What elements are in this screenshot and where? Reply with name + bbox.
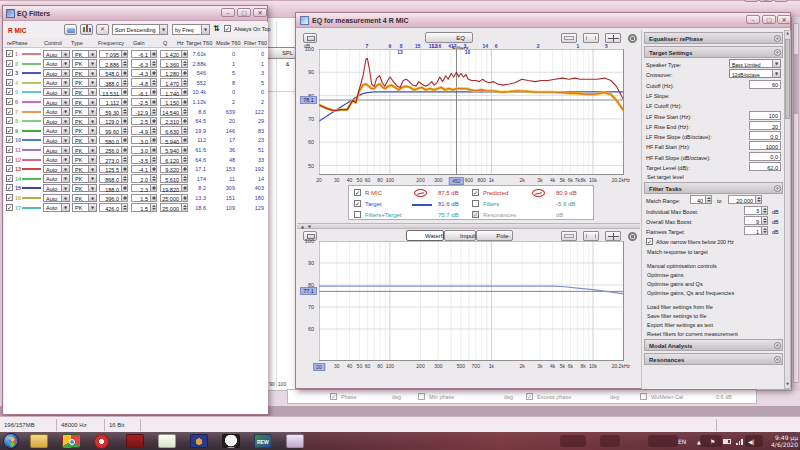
- type-dropdown[interactable]: PK▼: [72, 203, 97, 212]
- spinner[interactable]: [121, 118, 127, 125]
- gain-field[interactable]: -2.5: [131, 98, 157, 107]
- bg-maximize-button[interactable]: ▢: [759, 0, 773, 2]
- control-dropdown[interactable]: Auto▼: [43, 203, 70, 212]
- field-spin-input[interactable]: 9: [744, 216, 768, 225]
- legend-checkbox[interactable]: ✓: [354, 200, 361, 207]
- spinner[interactable]: [121, 195, 127, 202]
- gain-field[interactable]: 1.5: [131, 203, 157, 212]
- spinner[interactable]: [121, 79, 127, 86]
- type-dropdown[interactable]: PK▼: [72, 184, 97, 193]
- panel-action[interactable]: Save filter settings to file: [647, 313, 707, 319]
- q-field[interactable]: 1.360: [160, 59, 188, 68]
- spinner[interactable]: [761, 217, 767, 224]
- spinner[interactable]: [181, 60, 187, 67]
- spinner[interactable]: [150, 108, 156, 115]
- control-dropdown[interactable]: Auto▼: [43, 194, 70, 203]
- type-dropdown[interactable]: PK▼: [72, 78, 97, 87]
- type-dropdown[interactable]: PK▼: [72, 107, 97, 116]
- sort-dropdown[interactable]: Sort Descending ▼: [112, 24, 168, 35]
- filter-enabled-checkbox[interactable]: ✓: [6, 79, 13, 86]
- type-dropdown[interactable]: PK▼: [72, 146, 97, 155]
- spinner[interactable]: [121, 166, 127, 173]
- language-indicator[interactable]: EN: [678, 438, 686, 445]
- spinner[interactable]: [121, 89, 127, 96]
- tray-chevron-up-icon[interactable]: ▲: [697, 439, 701, 445]
- type-dropdown[interactable]: PK▼: [72, 126, 97, 135]
- spinner[interactable]: [150, 156, 156, 163]
- legend-checkbox[interactable]: ✓: [472, 211, 479, 218]
- spinner[interactable]: [150, 185, 156, 192]
- filter-enabled-checkbox[interactable]: ✓: [6, 88, 13, 95]
- tray-volume-icon[interactable]: ◀|: [748, 438, 755, 445]
- field-input[interactable]: 62,0: [749, 162, 781, 171]
- section-toggle-icon[interactable]: [774, 185, 781, 192]
- spinner[interactable]: [181, 166, 187, 173]
- control-dropdown[interactable]: Auto▼: [43, 155, 70, 164]
- section-toggle-icon[interactable]: [774, 342, 781, 349]
- tab-impulse[interactable]: Impulse: [444, 230, 476, 241]
- field-input[interactable]: 100: [749, 111, 781, 120]
- filter-enabled-checkbox[interactable]: ✓: [6, 69, 13, 76]
- spinner[interactable]: [181, 79, 187, 86]
- spinner[interactable]: [150, 118, 156, 125]
- spinner[interactable]: [181, 108, 187, 115]
- section-header[interactable]: Equaliser: rePhase: [644, 32, 783, 44]
- background-legend-checkbox[interactable]: ✓: [330, 393, 337, 400]
- rew-icon[interactable]: REW: [254, 434, 272, 448]
- spinner[interactable]: [150, 166, 156, 173]
- type-dropdown[interactable]: PK▼: [72, 98, 97, 107]
- frequency-field[interactable]: 256.0: [99, 146, 128, 155]
- minimize-button[interactable]: –: [221, 8, 235, 17]
- background-legend-checkbox[interactable]: [640, 393, 647, 400]
- filter-enabled-checkbox[interactable]: ✓: [6, 136, 13, 143]
- frequency-field[interactable]: 13.531: [99, 88, 128, 97]
- field-input[interactable]: 60: [749, 80, 781, 89]
- q-field[interactable]: 9.320: [160, 165, 188, 174]
- control-dropdown[interactable]: Auto▼: [43, 88, 70, 97]
- graph-limits-icon-2[interactable]: [561, 231, 577, 241]
- spinner[interactable]: [121, 51, 127, 58]
- pane-divider[interactable]: ▲ ▼: [297, 223, 640, 229]
- control-dropdown[interactable]: Auto▼: [43, 136, 70, 145]
- gain-field[interactable]: 2.0: [131, 174, 157, 183]
- gain-field[interactable]: 3.0: [131, 146, 157, 155]
- background-scrollbar-thumb[interactable]: [794, 54, 798, 114]
- folder-icon[interactable]: [64, 24, 77, 35]
- filter-enabled-checkbox[interactable]: ✓: [6, 60, 13, 67]
- q-field[interactable]: 6.120: [160, 155, 188, 164]
- close-button[interactable]: ✕: [253, 8, 267, 17]
- type-dropdown[interactable]: PK▼: [72, 88, 97, 97]
- spinner[interactable]: [181, 118, 187, 125]
- spinner[interactable]: [705, 196, 711, 203]
- spinner[interactable]: [150, 127, 156, 134]
- spinner[interactable]: [121, 185, 127, 192]
- spinner[interactable]: [150, 175, 156, 182]
- type-dropdown[interactable]: PK▼: [72, 69, 97, 78]
- control-dropdown[interactable]: Auto▼: [43, 117, 70, 126]
- type-dropdown[interactable]: PK▼: [72, 117, 97, 126]
- type-dropdown[interactable]: PK▼: [72, 59, 97, 68]
- spinner[interactable]: [150, 70, 156, 77]
- q-field[interactable]: 1.280: [160, 69, 188, 78]
- gain-field[interactable]: -12.9: [131, 107, 157, 116]
- overload-icon[interactable]: [532, 189, 545, 197]
- bg-close-button[interactable]: ✕: [774, 0, 788, 2]
- spinner[interactable]: [761, 227, 767, 234]
- gain-field[interactable]: 1.5: [131, 194, 157, 203]
- field-select[interactable]: Bass Limited▼: [729, 59, 781, 68]
- field-input[interactable]: 0,0: [749, 152, 781, 161]
- gain-field[interactable]: -6.3: [131, 59, 157, 68]
- control-dropdown[interactable]: Auto▼: [43, 165, 70, 174]
- gain-field[interactable]: -6.1: [131, 50, 157, 59]
- spinner[interactable]: [150, 147, 156, 154]
- sort-updown-icon[interactable]: ⇅: [213, 24, 222, 35]
- spinner[interactable]: [150, 51, 156, 58]
- chart-icon[interactable]: [80, 24, 93, 35]
- frequency-field[interactable]: 99.60: [99, 126, 128, 135]
- frequency-field[interactable]: 59.30: [99, 107, 128, 116]
- range-to-input[interactable]: 20.000: [728, 195, 762, 204]
- spinner[interactable]: [755, 196, 761, 203]
- overload-icon[interactable]: [414, 189, 427, 197]
- q-field[interactable]: 2.310: [160, 117, 188, 126]
- gain-field[interactable]: -3.5: [131, 155, 157, 164]
